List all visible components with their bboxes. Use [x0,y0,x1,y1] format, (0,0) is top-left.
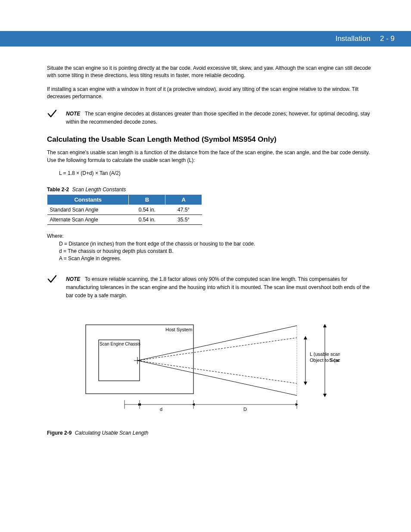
figure-caption: Figure 2-9 Calculating Usable Scan Lengt… [47,430,374,436]
note-label-2: NOTE [66,276,80,282]
page-content: Situate the scan engine so it is pointin… [47,65,374,436]
figure-caption-number: Figure 2-9 [47,430,72,436]
checkmark-icon [47,274,57,284]
figure-scan-length: Host System Scan Engine Chassis L (us [47,316,374,421]
subheading-scan-length: Calculating the Usable Scan Length Metho… [47,135,374,144]
th-a: A [165,195,202,205]
note-body-1: The scan engine decodes at distances gre… [66,111,370,125]
label-D: D [243,407,247,412]
header-page-number: 2 - 9 [380,34,395,43]
cell-label: Alternate Scan Angle [47,215,129,225]
table-caption: Table 2-2 Scan Length Constants [47,187,374,193]
page-header: Installation 2 - 9 [0,31,411,47]
svg-line-7 [137,361,297,395]
constants-table: Constants B A Standard Scan Angle 0.54 i… [47,194,202,225]
svg-line-5 [137,361,297,383]
cell-label: Standard Scan Angle [47,205,129,215]
cell-a: 47.5° [165,205,202,215]
scan-length-diagram: Host System Scan Engine Chassis L (us [81,316,340,420]
note-body-2: To ensure reliable scanning, the 1.8 fac… [66,276,370,299]
paragraph-window: If installing a scan engine with a windo… [47,86,374,101]
where-line: d = The chassis or housing depth plus co… [59,248,374,255]
checkmark-icon [47,109,57,119]
where-line: D = Distance (in inches) from the front … [59,240,374,248]
header-section: Installation [336,34,371,43]
note-label-1: NOTE [66,111,80,117]
formula-scan-length: L = 1.8 × (D+d) × Tan (A/2) [59,170,374,176]
where-intro: Where: [47,233,374,240]
th-constants: Constants [47,195,129,205]
label-S: S (scan length) [329,358,340,363]
label-host: Host System [165,327,192,332]
paragraph-formula-intro: The scan engine's usable scan length is … [47,149,374,164]
svg-line-6 [137,326,297,361]
cell-a: 35.5° [165,215,202,225]
th-b: B [129,195,165,205]
note-block-1: NOTE The scan engine decodes at distance… [47,109,374,126]
figure-caption-title: Calculating Usable Scan Length [75,430,149,436]
cell-b: 0.54 in. [129,215,165,225]
cell-b: 0.54 in. [129,205,165,215]
note-block-2: NOTE To ensure reliable scanning, the 1.… [47,275,374,300]
label-chassis: Scan Engine Chassis [100,342,140,346]
label-d: d [160,407,162,412]
svg-line-4 [137,338,297,361]
table-caption-number: Table 2-2 [47,187,69,193]
table-row: Standard Scan Angle 0.54 in. 47.5° [47,205,202,215]
where-line: A = Scan Angle in degrees. [59,255,374,262]
table-row: Alternate Scan Angle 0.54 in. 35.5° [47,215,202,225]
where-block: Where: D = Distance (in inches) from the… [47,233,374,263]
paragraph-tilt: Situate the scan engine so it is pointin… [47,65,374,80]
table-caption-title: Scan Length Constants [72,187,126,193]
